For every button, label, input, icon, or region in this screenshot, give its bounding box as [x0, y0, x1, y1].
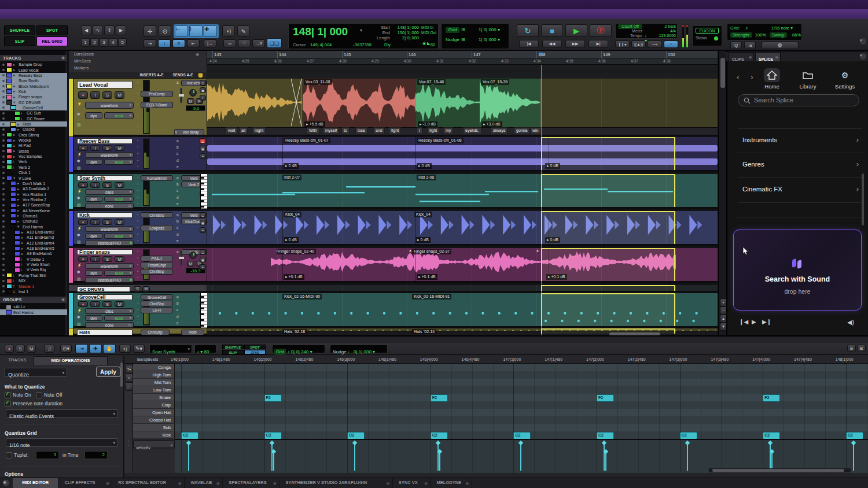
- track-freeze-button-finger-snaps[interactable]: ▣: [200, 257, 206, 263]
- track-list-item-orca-string[interactable]: ► Orca String: [0, 132, 67, 138]
- automation-mode-soar-synth[interactable]: dyn: [85, 196, 102, 202]
- track-active-dot[interactable]: [2, 106, 5, 109]
- midi-tab-tracks[interactable]: TRACKS: [3, 356, 31, 365]
- track-list-item-a3-dontwalk-2[interactable]: ► A3 DontWalk 2: [0, 186, 67, 191]
- record-arm-button-lead-vocal[interactable]: ●: [78, 91, 88, 99]
- velocity-diamond[interactable]: [269, 441, 274, 445]
- midi-nudge-box[interactable]: Nudge ♩ 0| 1| 000 ▾: [330, 345, 388, 353]
- automation-mode-kick[interactable]: dyn: [85, 233, 102, 239]
- layered-edit-icon[interactable]: ❏❏: [267, 38, 282, 48]
- midi-solo-button[interactable]: S: [16, 345, 25, 353]
- rewind-button[interactable]: ◀◀: [542, 40, 562, 48]
- lyric-word[interactable]: night: [252, 127, 266, 134]
- clip-gain[interactable]: ▸ 0 dB: [284, 237, 299, 243]
- input-monitor-button-groovecell[interactable]: I: [90, 301, 100, 307]
- groups-panel-menu-icon[interactable]: ◉: [61, 297, 65, 302]
- midi-note-snare[interactable]: F2: [431, 394, 448, 402]
- track-active-dot[interactable]: [2, 269, 5, 271]
- pause-button[interactable]: ❙❙●: [615, 40, 630, 48]
- drum-lane-name-closed-hat[interactable]: Closed Hat: [133, 416, 175, 424]
- bottom-tab-sync-vx[interactable]: SYNC VX⊞: [394, 478, 431, 488]
- group-list-item--all-[interactable]: <ALL>: [0, 304, 67, 309]
- scrubber-tool-icon[interactable]: ◖): [222, 25, 235, 37]
- drum-lane-name-high-tom[interactable]: High Tom: [133, 371, 175, 379]
- midi-hand-tool-icon[interactable]: ✋: [103, 344, 116, 353]
- edit-selection[interactable]: [541, 137, 675, 172]
- edit-mode-spot[interactable]: SPOT: [36, 25, 68, 35]
- track-type-icon[interactable]: ►: [17, 198, 21, 201]
- track-list-item-reecey-bass[interactable]: ► Reecey Bass: [0, 73, 67, 78]
- track-type-icon[interactable]: ►: [21, 252, 25, 256]
- track-active-dot[interactable]: [2, 285, 5, 287]
- track-list-item-a11-endharm3[interactable]: ► A11 EndHarm3: [0, 235, 67, 240]
- lyric-word[interactable]: to: [341, 127, 350, 134]
- playlist-selector-groovecell[interactable]: none⊡: [85, 322, 134, 328]
- midi-mode-shuffle[interactable]: SHUFFLE: [222, 345, 244, 350]
- track-type-icon[interactable]: ⤓: [21, 111, 25, 115]
- track-name-box-lead-vocal[interactable]: Lead Vocal: [77, 81, 133, 88]
- insert-groovecell-0[interactable]: GrooveCell: [141, 294, 173, 300]
- track-active-dot[interactable]: [2, 85, 5, 87]
- zoom-in-arrow-icon[interactable]: ▶: [116, 25, 126, 35]
- track-active-dot[interactable]: [2, 247, 5, 250]
- midi-note-snare[interactable]: F2: [264, 394, 282, 402]
- drum-lane-name-snare[interactable]: Snare: [133, 394, 175, 401]
- track-active-dot[interactable]: [2, 280, 5, 282]
- events-dropdown[interactable]: Elastic Audio Events▾: [6, 409, 118, 418]
- play-button[interactable]: ▶: [565, 24, 587, 37]
- edit-vscrollbar[interactable]: +−▴▾: [718, 51, 726, 335]
- mute-button-groovecell[interactable]: M: [115, 301, 124, 307]
- checkbox[interactable]: [36, 392, 42, 398]
- group-list-item-end-harms[interactable]: End Harms: [0, 309, 67, 315]
- clip-gain[interactable]: ▸ 0 dB: [415, 237, 431, 243]
- drum-lane-row[interactable]: [175, 379, 868, 387]
- track-freeze-button-reecey-bass[interactable]: ▣: [200, 146, 206, 151]
- midi-track-selector[interactable]: Soar Synth▾: [149, 345, 192, 353]
- heart-icon[interactable]: ♡: [238, 39, 251, 47]
- track-type-icon[interactable]: ▼: [13, 176, 17, 180]
- velocity-diamond[interactable]: [685, 441, 689, 445]
- track-lane-gc-drums[interactable]: [207, 285, 718, 293]
- drum-lane-name-clap[interactable]: Clap: [133, 401, 175, 409]
- track-type-icon[interactable]: ⤓: [21, 263, 25, 267]
- quantize-dropdown[interactable]: Quantize▾: [5, 368, 67, 377]
- track-type-icon[interactable]: ►: [21, 236, 25, 239]
- audio-clip[interactable]: [207, 79, 302, 128]
- track-type-icon[interactable]: ▼: [13, 101, 17, 104]
- insert-finger-snaps-3[interactable]: ChnlStrp: [141, 269, 173, 275]
- track-type-icon[interactable]: ►: [21, 231, 25, 234]
- track-list-item-v-verb-short[interactable]: ⤓ V Verb Short: [0, 262, 67, 267]
- drum-lane-row[interactable]: [175, 401, 868, 409]
- track-active-dot[interactable]: [2, 215, 5, 217]
- track-type-icon[interactable]: ►: [13, 63, 17, 66]
- return-to-zero-button[interactable]: |◀: [519, 40, 539, 48]
- track-name-box-soar-synth[interactable]: Soar Synth: [77, 175, 133, 181]
- ruler-menu-icon[interactable]: ◉: [196, 52, 203, 57]
- track-active-dot[interactable]: [2, 172, 5, 174]
- velocity-stem[interactable]: [687, 443, 688, 471]
- solo-button-kick[interactable]: S: [102, 219, 112, 225]
- midi-mute-button[interactable]: M: [27, 345, 36, 353]
- checkbox[interactable]: ✓: [5, 392, 11, 398]
- solo-button-finger-snaps[interactable]: S: [102, 256, 112, 262]
- track-type-icon[interactable]: ►: [13, 95, 17, 99]
- drum-lane-name-low-tom[interactable]: Low Tom: [133, 386, 175, 394]
- track-add-button-finger-snaps[interactable]: +: [200, 264, 206, 270]
- track-list-item-verb-2[interactable]: ⤓ Verb 2: [0, 165, 67, 170]
- track-active-dot[interactable]: [2, 69, 5, 71]
- velocity-diamond[interactable]: [851, 441, 856, 445]
- track-type-icon[interactable]: ⊔: [13, 79, 17, 83]
- apply-button[interactable]: Apply: [96, 367, 120, 377]
- insert-hats-0[interactable]: ChnlStrp: [141, 330, 170, 335]
- folder-s-button[interactable]: S: [134, 286, 141, 292]
- drum-lane-row[interactable]: [175, 416, 868, 424]
- conductor-button[interactable]: ♆: [664, 40, 678, 48]
- track-lane-reecey-bass[interactable]: Reecey Bass-cm_01-07Reecey Bass-cm_01-08…: [207, 137, 718, 172]
- tuplet-row[interactable]: Tuplet3in Time2: [6, 451, 122, 459]
- splice-nav-library[interactable]: Library: [795, 68, 821, 93]
- track-lane-soar-synth[interactable]: Inst 2-07Inst 2-08: [207, 174, 718, 209]
- track-type-icon[interactable]: ►: [17, 193, 21, 196]
- mirrored-midi-icon[interactable]: |↔: [204, 39, 216, 47]
- midi-note-snare[interactable]: F2: [763, 394, 780, 402]
- midi-note-kick[interactable]: C2: [597, 432, 614, 439]
